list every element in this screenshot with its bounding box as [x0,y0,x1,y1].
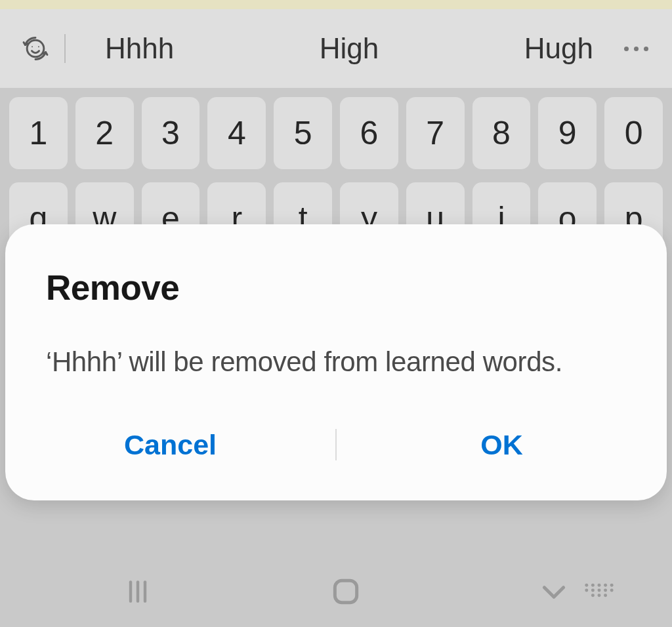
dialog-body: ‘Hhhh’ will be removed from learned word… [5,308,667,426]
svg-point-19 [604,594,607,597]
svg-point-14 [598,589,601,592]
svg-point-15 [604,589,607,592]
svg-rect-6 [335,580,356,602]
svg-point-7 [585,584,588,587]
svg-point-12 [585,589,588,592]
recents-icon[interactable] [118,577,158,606]
svg-point-11 [610,584,614,587]
home-icon[interactable] [326,575,366,608]
svg-point-18 [598,594,601,597]
svg-point-10 [604,584,607,587]
nav-bar [0,556,672,627]
dialog-title: Remove [5,268,667,308]
keyboard-toggle-icon[interactable] [584,582,614,601]
svg-point-8 [591,584,595,587]
cancel-button[interactable]: Cancel [5,426,335,464]
svg-point-9 [598,584,601,587]
remove-dialog: Remove ‘Hhhh’ will be removed from learn… [5,224,667,500]
dialog-overlay: Remove ‘Hhhh’ will be removed from learn… [0,0,672,627]
dialog-actions: Cancel OK [5,426,667,500]
svg-point-13 [591,589,595,592]
back-icon[interactable] [534,575,574,608]
svg-point-16 [610,589,614,592]
ok-button[interactable]: OK [337,426,667,464]
screen: Hhhh High Hugh 1 2 3 4 5 6 7 8 9 0 q w e… [0,0,672,627]
svg-point-17 [591,594,595,597]
